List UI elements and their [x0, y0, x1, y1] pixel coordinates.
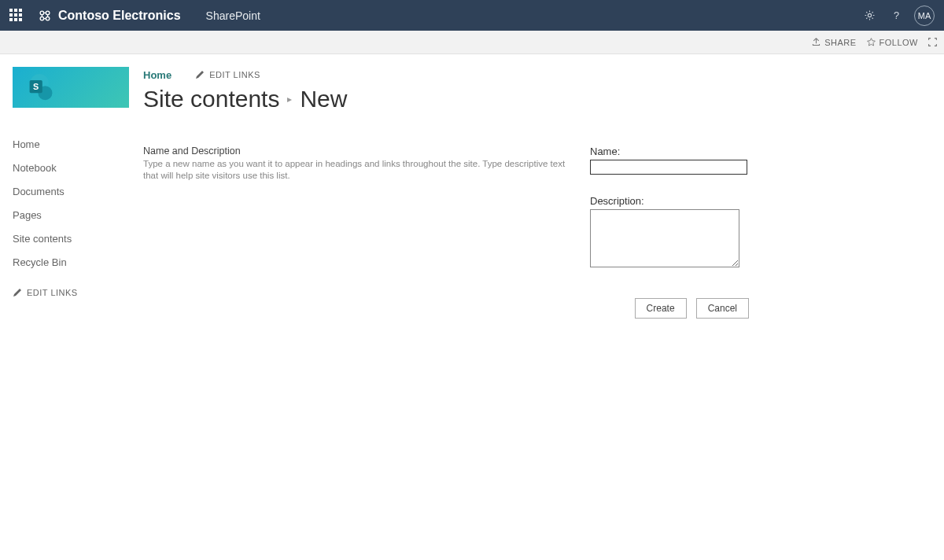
edit-links-label: EDIT LINKS: [27, 288, 78, 297]
settings-icon[interactable]: [856, 9, 883, 22]
description-label: Description:: [590, 195, 747, 207]
pencil-icon: [13, 288, 22, 297]
breadcrumb-current: New: [300, 86, 347, 112]
name-input[interactable]: [590, 160, 747, 175]
org-name: Contoso Electronics: [58, 9, 181, 23]
nav-documents[interactable]: Documents: [13, 180, 142, 204]
create-button[interactable]: Create: [635, 298, 687, 319]
svg-point-4: [868, 13, 871, 17]
quick-launch-nav: Home Notebook Documents Pages Site conte…: [13, 133, 142, 275]
help-icon[interactable]: ?: [883, 9, 909, 22]
svg-point-2: [40, 17, 44, 20]
app-launcher-icon[interactable]: [9, 9, 24, 23]
svg-point-1: [46, 11, 50, 15]
edit-links-topnav[interactable]: EDIT LINKS: [195, 70, 260, 79]
svg-text:S: S: [33, 82, 39, 91]
ribbon-bar: SHARE FOLLOW: [0, 31, 944, 54]
page-title: Site contents ▸ New: [143, 86, 931, 112]
nav-recycle-bin[interactable]: Recycle Bin: [13, 251, 142, 274]
app-name[interactable]: SharePoint: [206, 9, 260, 22]
org-logo-icon: [38, 9, 52, 23]
description-textarea[interactable]: [590, 209, 739, 267]
edit-links-sidebar[interactable]: EDIT LINKS: [13, 288, 142, 297]
svg-text:?: ?: [893, 9, 898, 21]
svg-point-0: [40, 11, 44, 15]
svg-point-3: [46, 17, 50, 20]
sharepoint-logo-icon: S: [27, 72, 55, 103]
edit-links-label: EDIT LINKS: [209, 70, 260, 79]
section-help: Type a new name as you want it to appear…: [143, 158, 574, 182]
follow-button[interactable]: FOLLOW: [866, 37, 918, 47]
new-list-form: Name and Description Type a new name as …: [143, 146, 749, 270]
share-button[interactable]: SHARE: [811, 37, 856, 47]
section-title: Name and Description: [143, 146, 574, 157]
nav-notebook[interactable]: Notebook: [13, 157, 142, 180]
top-nav: Home EDIT LINKS: [143, 67, 931, 83]
nav-pages[interactable]: Pages: [13, 204, 142, 227]
nav-site-contents[interactable]: Site contents: [13, 227, 142, 251]
site-logo[interactable]: S: [13, 67, 129, 108]
cancel-button[interactable]: Cancel: [696, 298, 749, 319]
chevron-right-icon: ▸: [287, 94, 292, 105]
follow-label: FOLLOW: [879, 38, 918, 47]
name-label: Name:: [590, 146, 747, 157]
suite-bar: Contoso Electronics SharePoint ? MA: [0, 0, 944, 31]
share-label: SHARE: [824, 38, 856, 47]
user-avatar[interactable]: MA: [914, 6, 935, 26]
topnav-home[interactable]: Home: [143, 69, 171, 81]
pencil-icon: [195, 70, 205, 79]
form-buttons: Create Cancel: [143, 298, 749, 319]
focus-mode-icon[interactable]: [927, 37, 938, 47]
nav-home[interactable]: Home: [13, 133, 142, 157]
breadcrumb-parent[interactable]: Site contents: [143, 86, 279, 112]
